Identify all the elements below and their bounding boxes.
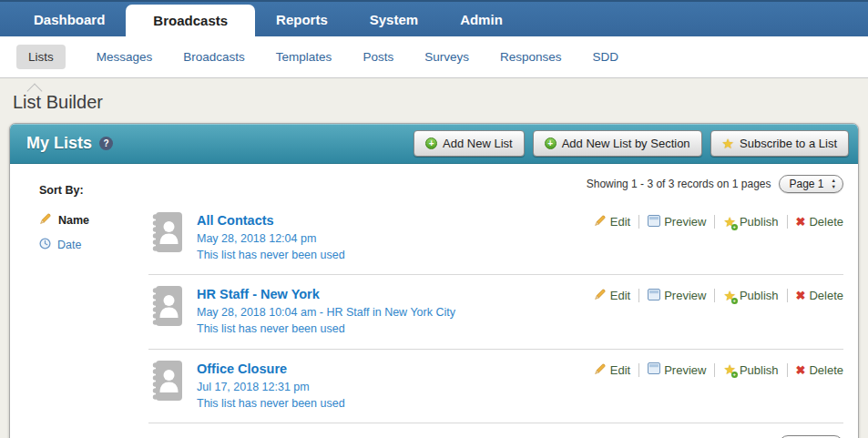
action-label: Delete — [809, 289, 843, 302]
panel-header: My Lists ? + Add New List + Add New List… — [10, 124, 858, 164]
list-date: Jul 17, 2018 12:31 pm — [197, 379, 580, 395]
publish-star-icon: ★ + — [723, 215, 735, 229]
pencil-icon — [594, 288, 607, 303]
action-label: Edit — [610, 363, 630, 377]
subnav-responses[interactable]: Responses — [500, 50, 562, 64]
separator — [787, 289, 788, 302]
help-icon[interactable]: ? — [99, 137, 113, 150]
pencil-icon — [39, 212, 52, 228]
nav-dashboard[interactable]: Dashboard — [13, 2, 126, 36]
sort-by-date[interactable]: Date — [39, 238, 148, 252]
list-title-link[interactable]: Office Closure — [197, 362, 287, 376]
panel-body: Sort By: Name — [10, 164, 858, 438]
subnav-posts[interactable]: Posts — [363, 50, 393, 64]
action-label: Preview — [664, 289, 706, 302]
edit-action[interactable]: Edit — [594, 288, 630, 303]
sort-option-label: Name — [58, 214, 89, 227]
action-label: Preview — [664, 215, 706, 229]
secondary-nav: Lists Messages Broadcasts Templates Post… — [0, 36, 868, 78]
sort-by-label: Sort By: — [39, 184, 148, 197]
subnav-lists[interactable]: Lists — [16, 45, 66, 69]
action-label: Delete — [809, 215, 843, 229]
publish-star-icon: ★ + — [723, 289, 735, 303]
separator — [714, 289, 715, 302]
header-buttons: + Add New List + Add New List by Section… — [405, 130, 849, 157]
address-book-icon — [148, 211, 183, 257]
nav-reports[interactable]: Reports — [255, 2, 349, 36]
separator — [714, 215, 715, 229]
list-date: May 28, 2018 10:04 am - HR Staff in New … — [197, 304, 580, 321]
nav-broadcasts[interactable]: Broadcasts — [126, 5, 255, 36]
separator — [787, 215, 788, 229]
publish-action[interactable]: ★ + Publish — [723, 215, 778, 229]
pencil-icon — [594, 214, 607, 229]
list-status: This list has never been used — [197, 321, 580, 337]
action-label: Publish — [740, 215, 779, 229]
action-label: Edit — [610, 215, 630, 229]
publish-star-icon: ★ + — [723, 362, 735, 377]
app-window: Dashboard Broadcasts Reports System Admi… — [0, 0, 868, 438]
pencil-icon — [594, 362, 607, 378]
list-info: All Contacts May 28, 2018 12:04 pm This … — [197, 211, 580, 263]
button-label: Subscribe to a List — [740, 137, 837, 150]
publish-action[interactable]: ★ + Publish — [723, 289, 778, 303]
page-title: List Builder — [13, 92, 855, 113]
action-label: Publish — [740, 363, 779, 377]
delete-action[interactable]: ✖ Delete — [796, 215, 843, 229]
subnav-surveys[interactable]: Surveys — [424, 50, 469, 64]
list-table: Showing 1 - 3 of 3 records on 1 pages Pa… — [148, 164, 843, 438]
row-actions: Edit Preview — [594, 360, 843, 378]
delete-x-icon: ✖ — [796, 216, 806, 228]
action-label: Edit — [610, 289, 630, 302]
delete-action[interactable]: ✖ Delete — [796, 363, 843, 377]
sort-column: Sort By: Name — [10, 164, 148, 438]
add-new-list-button[interactable]: + Add New List — [414, 130, 525, 157]
preview-action[interactable]: Preview — [648, 215, 706, 229]
subscribe-to-list-button[interactable]: ★ Subscribe to a List — [710, 130, 849, 157]
list-title-link[interactable]: All Contacts — [197, 213, 274, 228]
edit-action[interactable]: Edit — [594, 214, 630, 229]
page-select[interactable]: Page 1 ▲ ▼ — [779, 175, 844, 193]
address-book-icon — [148, 360, 183, 405]
delete-action[interactable]: ✖ Delete — [796, 289, 843, 302]
subnav-sdd[interactable]: SDD — [592, 50, 618, 64]
list-info: HR Staff - New York May 28, 2018 10:04 a… — [197, 285, 580, 337]
add-new-list-by-section-button[interactable]: + Add New List by Section — [533, 130, 702, 157]
button-label: Add New List by Section — [562, 137, 690, 150]
preview-window-icon — [648, 215, 660, 229]
preview-action[interactable]: Preview — [648, 289, 706, 303]
preview-action[interactable]: Preview — [648, 362, 706, 377]
list-row: Office Closure Jul 17, 2018 12:31 pm Thi… — [148, 350, 843, 423]
action-label: Publish — [740, 289, 779, 302]
nav-admin[interactable]: Admin — [439, 2, 524, 36]
subnav-templates[interactable]: Templates — [276, 50, 332, 64]
sort-by-name[interactable]: Name — [39, 212, 148, 228]
row-actions: Edit Preview — [594, 211, 843, 229]
list-date: May 28, 2018 12:04 pm — [197, 230, 580, 247]
clock-icon — [39, 238, 51, 252]
delete-x-icon: ✖ — [796, 290, 806, 301]
sort-option-label: Date — [57, 239, 81, 251]
separator — [638, 363, 639, 377]
publish-action[interactable]: ★ + Publish — [723, 362, 778, 377]
green-plus-icon: + — [545, 138, 557, 149]
list-title-link[interactable]: HR Staff - New York — [197, 287, 320, 301]
list-info: Office Closure Jul 17, 2018 12:31 pm Thi… — [197, 360, 580, 412]
separator — [638, 289, 639, 302]
pagination-bottom: Showing 1 - 3 of 3 records on 1 pages Pa… — [148, 423, 843, 438]
separator — [787, 363, 788, 377]
button-label: Add New List — [443, 137, 513, 150]
panel-title: My Lists — [26, 134, 92, 153]
edit-action[interactable]: Edit — [594, 362, 630, 378]
primary-nav: Dashboard Broadcasts Reports System Admi… — [0, 0, 868, 36]
pagination-top: Showing 1 - 3 of 3 records on 1 pages Pa… — [148, 164, 843, 201]
nav-system[interactable]: System — [349, 2, 439, 36]
separator — [714, 363, 715, 377]
preview-window-icon — [648, 289, 660, 303]
records-summary: Showing 1 - 3 of 3 records on 1 pages — [587, 178, 771, 190]
subnav-messages[interactable]: Messages — [97, 50, 153, 64]
subnav-broadcasts[interactable]: Broadcasts — [183, 50, 245, 64]
row-actions: Edit Preview — [594, 285, 843, 303]
list-row: All Contacts May 28, 2018 12:04 pm This … — [148, 201, 843, 275]
list-status: This list has never been used — [197, 395, 580, 412]
